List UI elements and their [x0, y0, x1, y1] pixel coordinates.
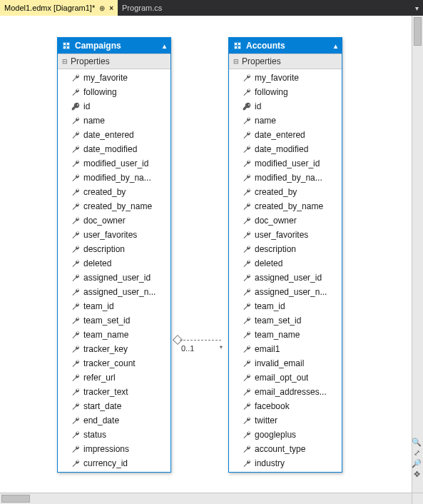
tab-model-diagram[interactable]: Model1.edmx [Diagram1]* ⊕ × — [0, 0, 118, 16]
property-row[interactable]: account_type — [229, 442, 342, 456]
property-row[interactable]: description — [58, 242, 170, 256]
property-row[interactable]: twitter — [229, 413, 342, 428]
property-row[interactable]: email_opt_out — [229, 371, 342, 385]
wrench-icon — [242, 302, 251, 311]
section-label: Properties — [71, 56, 110, 66]
property-row[interactable]: modified_user_id — [229, 156, 342, 171]
property-list: my_favoritefollowingidnamedate_enteredda… — [229, 69, 342, 472]
wrench-icon — [71, 74, 80, 82]
wrench-icon — [71, 373, 80, 382]
property-row[interactable]: start_date — [58, 399, 170, 413]
property-label: date_entered — [83, 130, 134, 140]
property-row[interactable]: invalid_email — [229, 356, 342, 371]
property-row[interactable]: team_set_id — [229, 313, 342, 328]
horizontal-scrollbar[interactable] — [0, 493, 412, 504]
property-row[interactable]: team_name — [229, 328, 342, 342]
property-row[interactable]: following — [58, 85, 170, 99]
tab-program-cs[interactable]: Program.cs — [118, 0, 166, 16]
property-row[interactable]: assigned_user_n... — [58, 285, 170, 299]
property-label: modified_user_id — [83, 158, 148, 168]
property-row[interactable]: id — [58, 99, 170, 114]
collapse-icon[interactable]: ⊟ — [233, 58, 239, 65]
property-row[interactable]: id — [229, 99, 342, 114]
property-row[interactable]: created_by — [58, 185, 170, 199]
multiplicity-right: * — [220, 344, 223, 353]
property-row[interactable]: deleted — [58, 256, 170, 271]
pan-icon[interactable]: ✥ — [414, 470, 420, 478]
property-row[interactable]: impressions — [58, 442, 170, 456]
property-label: date_modified — [83, 144, 137, 154]
scroll-thumb[interactable] — [1, 495, 30, 503]
wrench-icon — [71, 388, 80, 396]
property-row[interactable]: tracker_key — [58, 342, 170, 356]
property-row[interactable]: name — [58, 114, 170, 128]
entity-header[interactable]: Accounts ▴ — [229, 38, 342, 54]
property-label: start_date — [83, 401, 121, 411]
collapse-icon[interactable]: ⊟ — [62, 58, 68, 65]
multiplicity-left: 0..1 — [181, 344, 194, 353]
property-row[interactable]: date_entered — [58, 128, 170, 142]
entity-campaigns[interactable]: Campaigns ▴ ⊟ Properties my_favoritefoll… — [57, 37, 171, 473]
scroll-thumb[interactable] — [414, 17, 422, 46]
property-row[interactable]: team_id — [229, 299, 342, 313]
wrench-icon — [71, 231, 80, 239]
entity-header[interactable]: Campaigns ▴ — [58, 38, 170, 54]
chevron-up-icon[interactable]: ▴ — [163, 42, 166, 50]
property-row[interactable]: assigned_user_id — [58, 271, 170, 285]
property-row[interactable]: modified_by_na... — [229, 171, 342, 185]
property-row[interactable]: doc_owner — [58, 213, 170, 228]
properties-section-header[interactable]: ⊟ Properties — [58, 54, 170, 69]
property-row[interactable]: name — [229, 114, 342, 128]
property-row[interactable]: email_addresses... — [229, 385, 342, 399]
property-row[interactable]: end_date — [58, 413, 170, 428]
property-row[interactable]: my_favorite — [58, 71, 170, 85]
property-row[interactable]: tracker_text — [58, 385, 170, 399]
property-row[interactable]: industry — [229, 456, 342, 470]
property-row[interactable]: modified_by_na... — [58, 171, 170, 185]
diamond-icon — [173, 335, 183, 345]
property-row[interactable]: doc_owner — [229, 213, 342, 228]
property-row[interactable]: date_modified — [58, 142, 170, 156]
property-row[interactable]: date_modified — [229, 142, 342, 156]
relationship-line[interactable]: 0..1 * — [171, 334, 228, 346]
vertical-scrollbar[interactable]: 🔍 ⤢ 🔎 ✥ — [412, 16, 423, 493]
property-row[interactable]: assigned_user_n... — [229, 285, 342, 299]
property-row[interactable]: following — [229, 85, 342, 99]
property-row[interactable]: created_by_name — [58, 199, 170, 213]
designer-canvas[interactable]: Campaigns ▴ ⊟ Properties my_favoritefoll… — [0, 16, 412, 493]
property-row[interactable]: email1 — [229, 342, 342, 356]
property-label: user_favorites — [255, 230, 308, 240]
property-row[interactable]: facebook — [229, 399, 342, 413]
tab-overflow-button[interactable]: ▾ — [411, 0, 423, 16]
property-row[interactable]: created_by — [229, 185, 342, 199]
property-row[interactable]: status — [58, 428, 170, 442]
property-row[interactable]: currency_id — [58, 456, 170, 470]
property-label: created_by_name — [83, 201, 152, 211]
property-row[interactable]: team_id — [58, 299, 170, 313]
property-row[interactable]: date_entered — [229, 128, 342, 142]
property-row[interactable]: tracker_count — [58, 356, 170, 371]
property-row[interactable]: created_by_name — [229, 199, 342, 213]
property-row[interactable]: my_favorite — [229, 71, 342, 85]
property-row[interactable]: description — [229, 242, 342, 256]
properties-section-header[interactable]: ⊟ Properties — [229, 54, 342, 69]
property-row[interactable]: assigned_user_id — [229, 271, 342, 285]
fit-icon[interactable]: ⤢ — [414, 449, 420, 457]
property-row[interactable]: user_favorites — [58, 228, 170, 242]
property-row[interactable]: team_set_id — [58, 313, 170, 328]
property-row[interactable]: modified_user_id — [58, 156, 170, 171]
chevron-up-icon[interactable]: ▴ — [334, 42, 337, 50]
property-row[interactable]: team_name — [58, 328, 170, 342]
entity-accounts[interactable]: Accounts ▴ ⊟ Properties my_favoritefollo… — [228, 37, 342, 473]
zoom-in-icon[interactable]: 🔍 — [412, 438, 422, 446]
wrench-icon — [242, 231, 251, 239]
property-row[interactable]: deleted — [229, 256, 342, 271]
zoom-out-icon[interactable]: 🔎 — [412, 460, 422, 468]
close-icon[interactable]: × — [109, 4, 113, 12]
property-label: description — [83, 244, 125, 254]
property-row[interactable]: googleplus — [229, 428, 342, 442]
pin-icon[interactable]: ⊕ — [99, 4, 105, 12]
property-label: googleplus — [255, 430, 296, 440]
property-row[interactable]: user_favorites — [229, 228, 342, 242]
property-row[interactable]: refer_url — [58, 371, 170, 385]
